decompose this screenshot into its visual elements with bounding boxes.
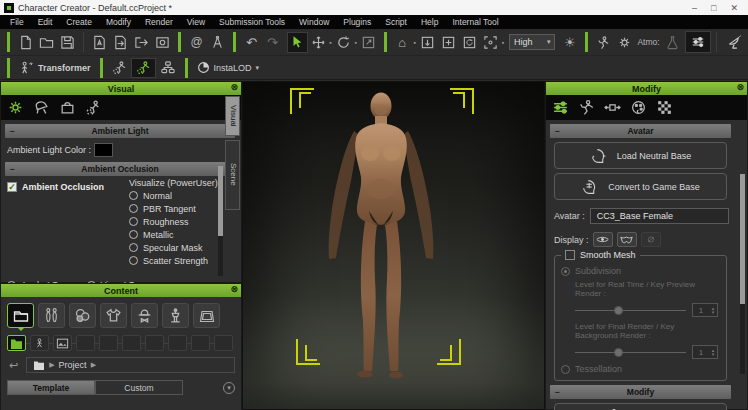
subcategory-empty[interactable] [168,335,187,351]
close-button[interactable]: ✕ [730,3,738,13]
tab-render-settings[interactable] [3,97,27,118]
tab-template[interactable]: Template [7,380,95,395]
tab-texture[interactable] [652,97,676,118]
close-icon[interactable]: ⊗ [230,82,238,92]
side-tab-scene[interactable]: Scene [225,140,240,210]
hierarchy-button[interactable] [156,58,180,78]
smooth-mesh-checkbox[interactable] [565,250,575,260]
category-project[interactable] [7,303,34,328]
home-view-button[interactable]: ⌂ [392,32,413,53]
menu-submission-tools[interactable]: Submission Tools [213,17,291,27]
embed-content-button[interactable]: @ [186,32,207,53]
reset-camera-button[interactable] [459,32,480,53]
category-material[interactable] [69,303,96,328]
spin-down-icon[interactable]: ▾ [712,310,715,314]
display-eye-button[interactable] [593,232,613,247]
breadcrumb[interactable]: ▶ Project ▶ [26,357,235,373]
camera-frame-button[interactable] [480,32,501,53]
frame-all-button[interactable] [438,32,459,53]
ambient-occlusion-checkbox[interactable]: ✓ [7,182,17,192]
subcategory-empty[interactable] [214,335,233,351]
radio-tessellation[interactable] [561,365,570,374]
menu-file[interactable]: File [4,17,30,27]
move-tool-button[interactable] [308,32,329,53]
modify-section[interactable]: − Modify [550,385,731,399]
expand-chevron-icon[interactable]: ▾ [223,382,235,394]
subcategory-empty[interactable] [191,335,210,351]
frame-selected-button[interactable] [417,32,438,53]
menu-script[interactable]: Script [379,17,413,27]
radio-metallic[interactable] [129,230,138,239]
ambient-occlusion-section[interactable]: − Ambient Occlusion [5,162,235,176]
quality-dropdown[interactable]: High ▾ [509,34,555,50]
subcategory-empty[interactable] [76,335,95,351]
radio-pbr-tangent[interactable] [129,204,138,213]
ambient-light-color-swatch[interactable] [95,144,112,156]
camera-frame-dropdown[interactable]: ▪ [501,39,505,46]
render-media-button[interactable] [152,32,173,53]
collapse-icon[interactable]: − [10,126,15,136]
tab-material[interactable] [626,97,650,118]
category-accessory[interactable] [131,303,158,328]
subcategory-avatar[interactable] [30,335,49,351]
visual-scrollbar[interactable] [218,166,223,276]
tab-custom[interactable]: Custom [95,380,183,395]
export-pose-button[interactable] [110,32,131,53]
scale-tool-button[interactable] [358,32,379,53]
export-button[interactable] [131,32,152,53]
avatar-section[interactable]: − Avatar [550,124,731,138]
atmosphere-button[interactable] [614,32,635,53]
subcategory-empty[interactable] [122,335,141,351]
ambient-light-section[interactable]: − Ambient Light [5,124,235,138]
measure-tool-button[interactable] [207,32,228,53]
close-icon[interactable]: ⊗ [736,82,744,92]
open-project-button[interactable] [36,32,57,53]
level-realtime-spinbox[interactable]: 1 ▴▾ [692,303,718,317]
spin-down-icon[interactable]: ▾ [712,352,715,356]
category-character[interactable] [38,303,65,328]
collapse-icon[interactable]: − [555,387,560,397]
menu-view[interactable]: View [181,17,211,27]
content-panel-header[interactable]: Content ⊗ [1,284,241,297]
edit-motion-button[interactable] [131,58,156,78]
atmosphere-flask-button[interactable] [662,32,683,53]
subcategory-image[interactable] [53,335,72,351]
pose-effect-button[interactable] [593,32,614,53]
viewport-3d[interactable] [242,81,545,410]
radio-specular-mask[interactable] [129,243,138,252]
load-neutral-base-button[interactable]: Load Neutral Base [554,142,727,169]
subcategory-empty[interactable] [99,335,118,351]
menu-help[interactable]: Help [415,17,444,27]
level-realtime-slider[interactable] [575,306,686,315]
collapse-icon[interactable]: − [10,164,15,174]
display-mask-button[interactable] [617,232,637,247]
menu-edit[interactable]: Edit [32,17,59,27]
menu-internal-tool[interactable]: Internal Tool [446,17,504,27]
category-cloth[interactable] [100,303,127,328]
category-prop[interactable] [162,303,189,328]
menu-plugins[interactable]: Plugins [337,17,377,27]
select-tool-button[interactable] [287,32,308,53]
menu-modify[interactable]: Modify [100,17,137,27]
subcategory-empty[interactable] [145,335,164,351]
tab-shadow[interactable] [55,97,79,118]
breadcrumb-root[interactable]: Project [59,360,87,370]
modify-panel-header[interactable]: Modify ⊗ [546,82,747,95]
minimize-button[interactable]: – [692,3,697,13]
visual-settings-button[interactable] [685,31,711,53]
radio-subdivision[interactable] [561,267,570,276]
category-stage[interactable] [193,303,220,328]
instalod-button[interactable]: InstaLOD ▾ [193,58,264,78]
tab-camera-pose[interactable] [81,97,105,118]
level-final-spinbox[interactable]: 1 ▴▾ [692,345,718,359]
tab-animation[interactable] [574,97,598,118]
collapse-icon[interactable]: − [555,126,560,136]
radio-scatter-strength[interactable] [129,256,138,265]
new-project-button[interactable] [15,32,36,53]
menu-window[interactable]: Window [293,17,335,27]
subcategory-folder[interactable] [7,335,26,351]
pose-offset-button[interactable]: Pose Offset [554,403,727,410]
import-pose-button[interactable] [89,32,110,53]
rotate-tool-button[interactable] [333,32,354,53]
radio-normal[interactable] [129,191,138,200]
